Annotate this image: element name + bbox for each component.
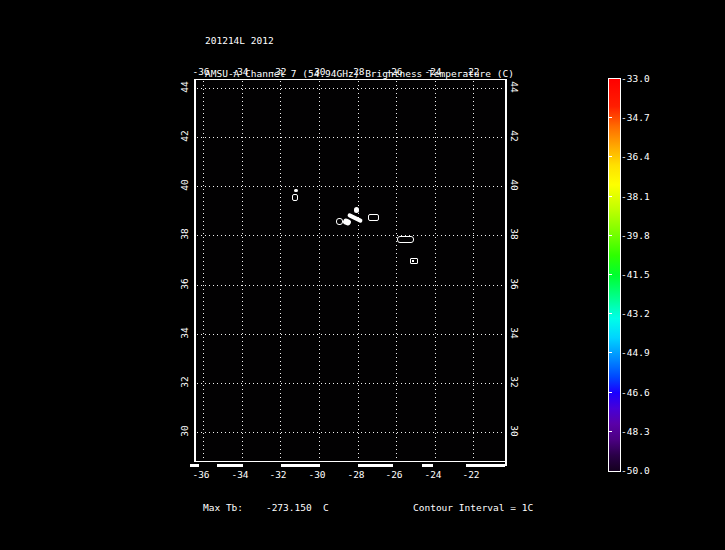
y-tick-label-right: 40 (507, 178, 521, 192)
max-tb-readout: Max Tb: -273.150 C (203, 502, 329, 513)
x-tick-label-bottom: -36 (188, 469, 214, 480)
colorbar-tick-label: -33.0 (621, 73, 650, 84)
colorbar-tick (609, 313, 612, 314)
colorbar-tick-label: -34.7 (621, 112, 650, 123)
gridline-horizontal (197, 186, 505, 187)
island-contour-graciosa (354, 207, 359, 213)
x-tick-label-bottom: -22 (458, 469, 484, 480)
data-boundary-segment (281, 464, 320, 467)
island-contour-sao-miguel (397, 236, 414, 243)
y-tick-label-left: 42 (178, 129, 192, 143)
colorbar-tick-label: -38.1 (621, 191, 650, 202)
y-tick-label-right: 42 (507, 129, 521, 143)
colorbar-tick (609, 274, 612, 275)
x-tick-label-bottom: -32 (265, 469, 291, 480)
data-boundary-segment (466, 464, 505, 467)
y-tick-label-left: 40 (178, 178, 192, 192)
y-tick-label-right: 44 (507, 80, 521, 94)
colorbar-tick-label: -48.3 (621, 426, 650, 437)
colorbar-tick (609, 431, 612, 432)
contour-interval-label: Contour Interval = 1C (413, 502, 533, 513)
x-tick-label-bottom: -28 (343, 469, 369, 480)
x-tick-label-top: -24 (420, 66, 446, 77)
x-tick-label-top: -30 (304, 66, 330, 77)
map-frame (194, 79, 506, 462)
y-tick-label-right: 36 (507, 277, 521, 291)
y-tick-label-left: 32 (178, 375, 192, 389)
colorbar-tick (609, 235, 612, 236)
colorbar-tick-label: -44.9 (621, 347, 650, 358)
x-tick-label-top: -34 (227, 66, 253, 77)
y-tick-label-right: 38 (507, 227, 521, 241)
y-tick-label-left: 34 (178, 326, 192, 340)
x-tick-label-top: -36 (188, 66, 214, 77)
y-tick-label-right: 30 (507, 424, 521, 438)
colorbar-tick (609, 392, 612, 393)
gridline-horizontal (197, 137, 505, 138)
colorbar-tick (609, 196, 612, 197)
colorbar-tick-label: -50.0 (621, 465, 650, 476)
data-boundary-segment (190, 464, 199, 467)
colorbar-tick-label: -39.8 (621, 230, 650, 241)
gridline-horizontal (197, 432, 505, 433)
gridline-horizontal (197, 334, 505, 335)
colorbar-tick (609, 352, 612, 353)
gridline-horizontal (197, 285, 505, 286)
y-tick-label-right: 32 (507, 375, 521, 389)
x-tick-label-bottom: -30 (304, 469, 330, 480)
gridline-horizontal (197, 88, 505, 89)
y-tick-label-left: 44 (178, 80, 192, 94)
colorbar-tick-label: -41.5 (621, 269, 650, 280)
y-tick-label-left: 38 (178, 227, 192, 241)
island-contour-terceira (368, 214, 379, 221)
island-dot-santa-maria (412, 260, 414, 262)
x-tick-label-bottom: -34 (227, 469, 253, 480)
colorbar-tick-label: -43.2 (621, 308, 650, 319)
y-tick-label-left: 30 (178, 424, 192, 438)
colorbar-tick-label: -36.4 (621, 151, 650, 162)
data-boundary-right-edge (505, 79, 507, 466)
data-boundary-segment (422, 464, 433, 467)
data-boundary-segment (358, 464, 393, 467)
colorbar (608, 78, 621, 472)
x-tick-label-top: -22 (458, 66, 484, 77)
x-tick-label-top: -28 (343, 66, 369, 77)
x-tick-label-top: -32 (265, 66, 291, 77)
screenshot-root: 201214L 2012 AMSU-A Channel 7 (54.94GHz)… (0, 0, 725, 550)
island-contour-flores (292, 194, 298, 201)
colorbar-gradient (609, 79, 620, 471)
x-tick-label-bottom: -26 (381, 469, 407, 480)
colorbar-tick-label: -46.6 (621, 387, 650, 398)
x-tick-label-top: -26 (381, 66, 407, 77)
y-tick-label-right: 34 (507, 326, 521, 340)
x-tick-label-bottom: -24 (420, 469, 446, 480)
data-boundary-segment (217, 464, 243, 467)
y-tick-label-left: 36 (178, 277, 192, 291)
island-contour-corvo (294, 189, 298, 192)
storm-id-line: 201214L 2012 (205, 35, 514, 46)
gridline-horizontal (197, 383, 505, 384)
gridline-horizontal (197, 235, 505, 236)
colorbar-tick (609, 117, 612, 118)
colorbar-tick (609, 156, 612, 157)
